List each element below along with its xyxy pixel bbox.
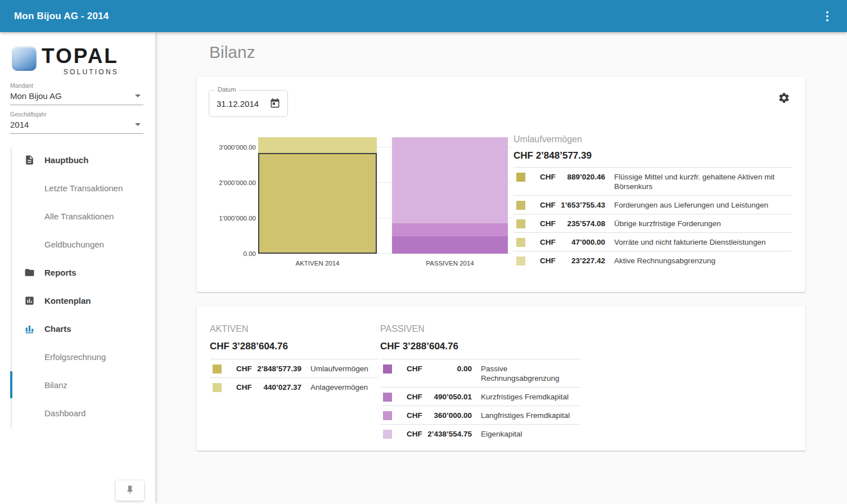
legend-row: CHF235’574.08Übrige kurzfristige Forderu… bbox=[513, 214, 792, 232]
geschaeftsjahr-label: Geschäftsjahr bbox=[10, 111, 143, 118]
legend-label: Forderungen aus Lieferungen und Leistung… bbox=[614, 200, 792, 210]
legend-color-swatch bbox=[516, 201, 525, 210]
bar-segment-Anlagevermögen[interactable] bbox=[258, 137, 377, 153]
legend-color-swatch bbox=[383, 411, 392, 420]
sidebar-item-erfolgsrechnung[interactable]: Erfolgsrechnung bbox=[0, 343, 155, 371]
bar-segment-Langfristiges Fremdkapital[interactable] bbox=[392, 223, 508, 236]
document-icon bbox=[24, 155, 35, 165]
window-title: Mon Bijou AG - 2014 bbox=[14, 11, 109, 22]
mandant-select[interactable]: Mandant Mon Bijou AG bbox=[10, 82, 143, 105]
sidebar-item-label: Charts bbox=[44, 324, 71, 334]
legend-amount: 0.00 bbox=[427, 364, 472, 374]
chart-box-icon bbox=[24, 295, 35, 306]
folder-icon bbox=[24, 267, 35, 278]
topal-logo: TOPAL SOLUTIONS bbox=[12, 45, 119, 76]
chart-card: Datum 31.12.2014 3’000’000.002’000’000.0… bbox=[197, 76, 805, 292]
legend-amount: 47’000.00 bbox=[560, 237, 605, 247]
sidebar-item-label: Hauptbuch bbox=[44, 155, 88, 165]
legend-amount: 440’027.37 bbox=[256, 382, 301, 392]
chevron-down-icon bbox=[135, 94, 141, 97]
legend-color-swatch bbox=[213, 364, 222, 374]
y-axis: 3’000’000.002’000’000.001’000’000.000.00 bbox=[197, 135, 256, 254]
chart-plot-area bbox=[258, 135, 512, 254]
gear-icon[interactable] bbox=[778, 92, 790, 106]
bar-segment-Eigenkapital[interactable] bbox=[392, 137, 508, 224]
legend-row: CHF360’000.00Langfristiges Fremdkapital bbox=[380, 406, 580, 424]
legend-row: CHF889’020.46Flüssige Mittel und kurzfr.… bbox=[513, 167, 792, 195]
segment-detail-panel: Umlaufvermögen CHF 2’848’577.39 CHF889’0… bbox=[513, 134, 792, 269]
sidebar-item-letzte-transaktionen[interactable]: Letzte Transaktionen bbox=[0, 174, 155, 202]
legend-amount: 889’020.46 bbox=[560, 172, 605, 182]
legend-currency: CHF bbox=[236, 382, 256, 392]
legend-currency: CHF bbox=[407, 429, 427, 439]
segment-detail-title: Umlaufvermögen bbox=[513, 134, 792, 145]
segment-detail-total: CHF 2’848’577.39 bbox=[513, 150, 792, 161]
chevron-down-icon bbox=[135, 123, 141, 126]
legend-row: CHF490’050.01Kurzfristiges Fremdkapital bbox=[380, 387, 580, 406]
legend-amount: 235’574.08 bbox=[560, 219, 605, 228]
date-field-label: Datum bbox=[215, 86, 238, 93]
legend-amount: 360’000.00 bbox=[427, 411, 472, 420]
legend-color-swatch bbox=[516, 256, 525, 266]
legend-currency: CHF bbox=[540, 237, 560, 247]
legend-currency: CHF bbox=[540, 256, 560, 266]
legend-color-swatch bbox=[383, 430, 392, 439]
legend-row: CHF1’653’755.43Forderungen aus Lieferung… bbox=[513, 195, 792, 214]
legend-amount: 1’653’755.43 bbox=[560, 200, 605, 210]
legend-color-swatch bbox=[516, 173, 525, 182]
legend-color-swatch bbox=[213, 383, 222, 392]
legend-currency: CHF bbox=[540, 172, 560, 182]
sidebar-item-label: Geldbuchungen bbox=[44, 240, 104, 249]
passiven-total: CHF 3’288’604.76 bbox=[380, 340, 580, 352]
legend-row: CHF2’438’554.75Eigenkapital bbox=[380, 424, 580, 443]
sidebar-item-bilanz[interactable]: Bilanz bbox=[0, 371, 155, 399]
y-axis-tick-label: 3’000’000.00 bbox=[197, 143, 256, 152]
sidebar-item-geldbuchungen[interactable]: Geldbuchungen bbox=[0, 230, 155, 258]
legend-color-swatch bbox=[516, 238, 525, 247]
legend-label: Langfristiges Fremdkapital bbox=[481, 411, 580, 420]
legend-label: Vorräte und nicht fakturierte Dienstleis… bbox=[614, 237, 792, 247]
aktiven-rows: CHF2’848’577.39UmlaufvermögenCHF440’027.… bbox=[210, 359, 379, 396]
sidebar-item-dashboard[interactable]: Dashboard bbox=[0, 399, 155, 427]
topal-logo-icon bbox=[12, 46, 37, 71]
bar-segment-Umlaufvermögen[interactable] bbox=[258, 153, 377, 254]
date-field[interactable]: Datum 31.12.2014 bbox=[209, 90, 288, 117]
legend-currency: CHF bbox=[236, 364, 256, 374]
legend-currency: CHF bbox=[407, 364, 427, 374]
sidebar-item-label: Letzte Transaktionen bbox=[44, 183, 123, 193]
sidebar-item-alle-transaktionen[interactable]: Alle Transaktionen bbox=[0, 202, 155, 230]
sidebar-item-hauptbuch[interactable]: Hauptbuch bbox=[0, 146, 155, 174]
sidebar-item-label: Bilanz bbox=[44, 380, 67, 390]
geschaeftsjahr-select[interactable]: Geschäftsjahr 2014 bbox=[10, 111, 143, 134]
aktiven-title: AKTIVEN bbox=[210, 323, 379, 335]
sidebar-item-label: Kontenplan bbox=[44, 296, 91, 305]
aktiven-total: CHF 3’288’604.76 bbox=[210, 340, 379, 352]
legend-currency: CHF bbox=[540, 200, 560, 210]
bar-segment-Kurzfristiges Fremdkapital[interactable] bbox=[392, 236, 508, 254]
legend-row: CHF2’848’577.39Umlaufvermögen bbox=[210, 359, 379, 377]
sidebar-item-reports[interactable]: Reports bbox=[0, 258, 155, 286]
topbar: Mon Bijou AG - 2014 bbox=[0, 0, 847, 32]
sidebar-item-kontenplan[interactable]: Kontenplan bbox=[0, 286, 155, 314]
sidebar-menu: HauptbuchLetzte TransaktionenAlle Transa… bbox=[0, 146, 155, 427]
bar-chart-icon bbox=[24, 323, 35, 334]
legend-label: Flüssige Mittel und kurzfr. gehaltene Ak… bbox=[614, 172, 792, 191]
legend-label: Passive Rechnungsabgrenzung bbox=[481, 364, 580, 383]
logo-brand-text: TOPAL bbox=[42, 45, 119, 68]
legend-row: CHF23’227.42Aktive Rechnungsabgrenzung bbox=[513, 251, 792, 269]
segment-detail-rows: CHF889’020.46Flüssige Mittel und kurzfr.… bbox=[513, 167, 792, 269]
legend-row: CHF47’000.00Vorräte und nicht fakturiert… bbox=[513, 232, 792, 251]
x-axis: AKTIVEN 2014PASSIVEN 2014 bbox=[258, 260, 512, 269]
sidebar-item-charts[interactable]: Charts bbox=[0, 314, 155, 343]
passiven-title: PASSIVEN bbox=[380, 323, 580, 335]
legend-label: Umlaufvermögen bbox=[310, 364, 379, 374]
calendar-icon[interactable] bbox=[269, 98, 281, 111]
page-title: Bilanz bbox=[209, 43, 255, 62]
overflow-menu-icon[interactable] bbox=[818, 7, 837, 26]
legend-amount: 23’227.42 bbox=[560, 256, 605, 266]
legend-color-swatch bbox=[383, 364, 392, 374]
sidebar-item-label: Dashboard bbox=[44, 408, 85, 418]
legend-label: Anlagevermögen bbox=[310, 382, 379, 392]
pin-sidebar-button[interactable] bbox=[116, 480, 144, 501]
legend-amount: 2’848’577.39 bbox=[256, 364, 301, 374]
